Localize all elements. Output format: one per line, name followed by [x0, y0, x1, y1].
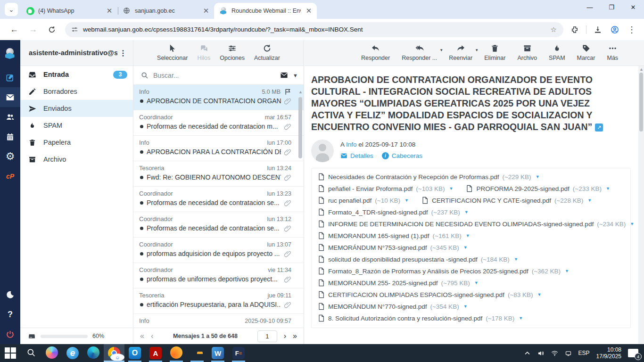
taskbar-app-button[interactable]: A — [145, 344, 166, 362]
attachment-menu-caret-icon[interactable]: ▼ — [565, 269, 569, 273]
attachment-name-link[interactable]: MEMORANDUM 165-signed (1).pdf — [328, 232, 429, 239]
message-list-item[interactable]: Coordinador mar 16:57 Proformas de neces… — [133, 110, 304, 136]
headers-link[interactable]: iCabeceras — [382, 152, 422, 159]
attachment-name-link[interactable]: solicitud de disponibilidad presupuestar… — [328, 256, 478, 263]
profile-icon[interactable] — [607, 22, 622, 37]
attachment-menu-caret-icon[interactable]: ▼ — [519, 316, 523, 321]
toolbar-button-responder-[interactable]: ▼ Responder ... — [401, 44, 438, 61]
back-button[interactable]: ← — [7, 22, 22, 37]
reader-scroll-up-arrow[interactable]: ▲ — [639, 67, 644, 72]
logout-power-icon[interactable] — [0, 324, 20, 344]
search-input[interactable] — [153, 72, 275, 79]
taskbar-app-button[interactable]: e — [62, 344, 83, 362]
toolbar-button-m-s[interactable]: Más — [606, 44, 619, 61]
attachment-name-link[interactable]: CERTIFICACION PAC Y CATE-signed.pdf — [432, 197, 551, 204]
contacts-icon[interactable] — [0, 107, 20, 127]
browser-tab[interactable]: (4) WhatsApp ✕ — [21, 3, 117, 19]
language-indicator[interactable]: ESP — [578, 350, 590, 356]
attachment-menu-caret-icon[interactable]: ▼ — [536, 174, 540, 179]
attachment-menu-caret-icon[interactable]: ▼ — [537, 292, 542, 297]
attachment-menu-caret-icon[interactable]: ▼ — [474, 280, 479, 285]
tab-close-icon[interactable]: ✕ — [202, 7, 210, 15]
display-connect-icon[interactable] — [565, 350, 572, 357]
attachment-menu-caret-icon[interactable]: ▼ — [606, 186, 610, 191]
attachment-name-link[interactable]: Formato_4_TDR-signed-signed.pdf — [328, 209, 428, 216]
browser-tab[interactable]: sanjuan.gob.ec ✕ — [117, 3, 214, 19]
toolbar-button-eliminar[interactable]: Eliminar — [483, 44, 506, 61]
page-number-input[interactable]: 1 — [257, 330, 277, 342]
compose-icon[interactable] — [0, 67, 20, 87]
tray-expand-chevron-icon[interactable] — [524, 350, 531, 357]
message-list-item[interactable]: Coordinador lun 13:23 Proformas de neces… — [133, 187, 304, 212]
message-list-item[interactable]: Tesoreria lun 13:24 Fwd: Re: GOBIERNO AU… — [133, 161, 304, 187]
dropdown-caret-icon[interactable]: ▼ — [475, 48, 479, 52]
attachment-menu-caret-icon[interactable]: ▼ — [449, 186, 454, 191]
calendar-icon[interactable] — [0, 127, 20, 147]
folder-item-papelera[interactable]: Papelera — [20, 134, 133, 151]
help-icon[interactable]: ? — [0, 304, 20, 324]
taskbar-app-button[interactable]: O — [124, 344, 145, 362]
list-scrollbar-thumb[interactable] — [298, 97, 302, 158]
toolbar-button-opciones[interactable]: Opciones — [219, 44, 246, 61]
next-page-button[interactable]: › — [284, 332, 286, 340]
attachment-name-link[interactable]: 8. Solicitud Autorización contra y resol… — [328, 315, 482, 322]
toolbar-button-reenviar[interactable]: ▼ Reenviar — [448, 44, 473, 61]
folder-item-enviados[interactable]: Enviados — [20, 100, 133, 117]
extensions-icon[interactable] — [567, 22, 582, 37]
address-bar[interactable]: webmail.sanjuan.gob.ec/cpsess1988317614/… — [65, 22, 563, 37]
reader-scrollbar-thumb[interactable] — [639, 73, 643, 132]
message-list-item[interactable]: Info 5.0 MB APROBACION DE CONTRATACION O… — [133, 85, 304, 110]
message-list-item[interactable]: Tesoreria jue 09:11 ertificación Presupu… — [133, 288, 304, 314]
notifications-icon[interactable]: 4 — [628, 349, 638, 357]
attachment-name-link[interactable]: MEMORÁNDUM N°753-signed.pdf — [328, 244, 427, 251]
message-list-item[interactable]: Coordinador lun 13:12 Proformas de neces… — [133, 212, 304, 238]
tab-search-button[interactable]: ⌄ — [5, 3, 18, 16]
attachment-name-link[interactable]: Necesidades de Contratación y Recepción … — [328, 173, 499, 181]
attachment-name-link[interactable]: CERTIFICACION OLIMPIADAS ESPACIOS-signed… — [328, 291, 504, 298]
browser-tab[interactable]: Roundcube Webmail :: Enviado ✕ — [214, 3, 317, 19]
scroll-up-arrow[interactable]: ▲ — [298, 90, 303, 94]
reload-button[interactable] — [44, 22, 59, 37]
volume-icon[interactable] — [537, 350, 545, 357]
wifi-icon[interactable] — [551, 350, 558, 357]
toolbar-button-actualizar[interactable]: Actualizar — [253, 44, 281, 61]
toolbar-button-seleccionar[interactable]: Seleccionar — [156, 44, 189, 61]
taskbar-app-button[interactable] — [21, 344, 41, 362]
taskbar-app-button[interactable]: W — [207, 344, 228, 362]
attachment-menu-caret-icon[interactable]: ▼ — [464, 210, 469, 214]
cpanel-icon[interactable]: cP — [0, 166, 20, 186]
attachment-menu-caret-icon[interactable]: ▼ — [463, 245, 468, 250]
attachment-menu-caret-icon[interactable]: ▼ — [587, 198, 592, 203]
first-page-button[interactable]: « — [140, 332, 144, 340]
taskbar-app-button[interactable] — [83, 344, 104, 362]
dark-mode-moon-icon[interactable] — [0, 285, 20, 304]
search-scope-envelope-icon[interactable] — [280, 71, 288, 79]
attachment-name-link[interactable]: MEMORANDUM 255- 2025-signed.pdf — [328, 280, 438, 287]
open-external-icon[interactable]: ↗ — [595, 123, 603, 132]
mail-icon[interactable] — [0, 87, 20, 107]
toolbar-button-archivo[interactable]: Archivo — [516, 44, 538, 61]
toolbar-button-marcar[interactable]: Marcar — [576, 44, 596, 61]
restore-button[interactable]: ❐ — [601, 0, 622, 14]
folder-item-spam[interactable]: SPAM — [20, 117, 133, 134]
attachment-name-link[interactable]: MEMORÁNDUM N°770-signed.pdf — [328, 303, 427, 310]
tab-close-icon[interactable]: ✕ — [305, 7, 313, 15]
taskbar-app-button[interactable]: F≡ — [228, 344, 249, 362]
forward-button[interactable]: → — [25, 22, 41, 37]
attachment-menu-caret-icon[interactable]: ▼ — [466, 233, 470, 238]
tab-close-icon[interactable]: ✕ — [105, 7, 114, 15]
folder-item-borradores[interactable]: Borradores — [20, 83, 133, 100]
taskbar-app-button[interactable] — [41, 344, 62, 362]
browser-menu-icon[interactable]: ⋮ — [624, 22, 639, 37]
minimize-button[interactable]: — — [579, 0, 601, 14]
details-link[interactable]: Detalles — [340, 152, 373, 159]
attachment-name-link[interactable]: INFORME DE DETERMINACION DE NECESIDAD EV… — [328, 221, 594, 228]
attachment-name-link[interactable]: Formato_8_Razón de Proformas y Análisis … — [328, 268, 528, 275]
attachment-name-link[interactable]: ruc penafiel.pdf — [328, 197, 372, 204]
bookmark-star-icon[interactable]: ☆ — [549, 25, 559, 34]
site-settings-icon[interactable] — [71, 25, 79, 33]
taskbar-app-button[interactable] — [0, 344, 21, 362]
tray-clock[interactable]: 10:08 17/9/2025 — [596, 346, 621, 360]
attachment-name-link[interactable]: PROFORMA 29-2025-signed.pdf — [476, 185, 569, 192]
list-scrollbar[interactable]: ▲ ▼ — [298, 90, 303, 350]
